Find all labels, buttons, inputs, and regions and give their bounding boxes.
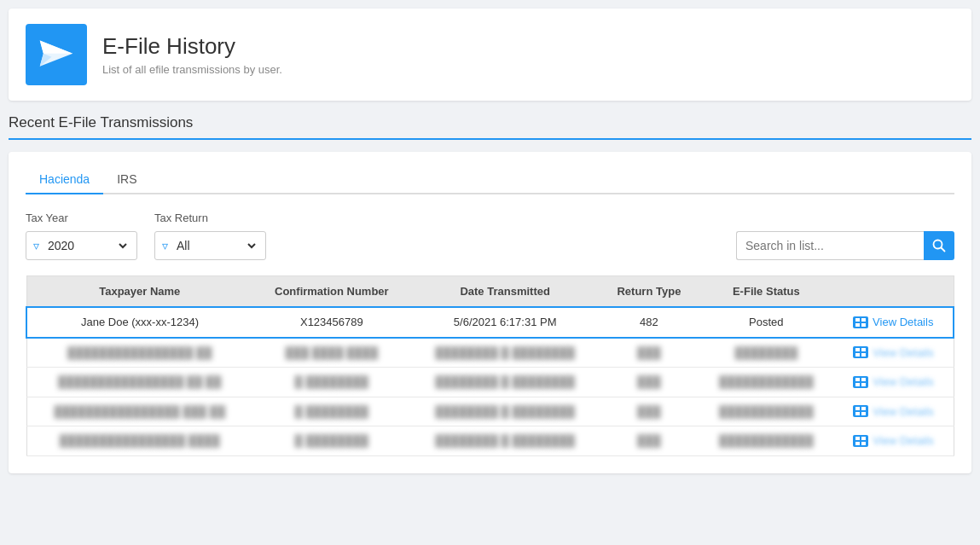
section-title: Recent E-File Transmissions <box>9 114 971 140</box>
cell-date-transmitted: ████████ █ ████████ <box>411 338 600 368</box>
cell-taxpayer-name: ████████████████ ██ <box>26 338 252 368</box>
svg-line-4 <box>942 248 945 252</box>
view-details-icon <box>853 376 868 388</box>
col-confirmation-number: Confirmation Number <box>252 276 411 308</box>
cell-confirmation-number: █ ████████ <box>252 368 411 397</box>
page-wrapper: E-File History List of all efile transmi… <box>0 0 980 545</box>
cell-efile-status: Posted <box>699 307 833 338</box>
cell-confirmation-number: ███ ████ ████ <box>252 338 411 368</box>
view-details-label: View Details <box>873 434 933 447</box>
cell-efile-status: ████████ <box>699 338 833 368</box>
svg-rect-17 <box>855 407 860 410</box>
cell-return-type: ███ <box>600 368 699 397</box>
view-details-label: View Details <box>873 346 933 359</box>
svg-rect-9 <box>855 348 860 351</box>
cell-taxpayer-name: ████████████████ ████ <box>26 426 252 456</box>
tax-year-select-wrapper: ▿ 2020 2019 2018 2021 2022 <box>26 231 137 260</box>
view-details-button[interactable]: View Details <box>853 346 933 359</box>
view-details-icon <box>853 405 868 417</box>
table-body: Jane Doe (xxx-xx-1234)X1234567895/6/2021… <box>26 307 954 455</box>
svg-rect-20 <box>861 412 866 415</box>
table-row: ████████████████ █████ ████ ████████████… <box>26 338 954 368</box>
filters-row: Tax Year ▿ 2020 2019 2018 2021 2022 Tax … <box>26 212 954 260</box>
svg-marker-1 <box>40 41 73 54</box>
cell-return-type: ███ <box>600 338 699 368</box>
cell-confirmation-number: █ ████████ <box>252 397 411 426</box>
cell-action: View Details <box>834 307 954 338</box>
cell-efile-status: ████████████ <box>699 397 833 426</box>
table-row: ████████████████ █████ ████████████████ … <box>26 426 954 456</box>
cell-taxpayer-name: Jane Doe (xxx-xx-1234) <box>26 307 252 338</box>
svg-rect-6 <box>861 318 866 322</box>
cell-return-type: ███ <box>600 397 699 426</box>
view-details-label: View Details <box>873 375 933 388</box>
details-grid-icon <box>855 318 866 327</box>
view-details-button[interactable]: View Details <box>853 375 933 388</box>
tax-year-filter-group: Tax Year ▿ 2020 2019 2018 2021 2022 <box>26 212 137 260</box>
view-details-button[interactable]: View Details <box>853 434 933 447</box>
cell-action: View Details <box>834 338 954 368</box>
tax-year-filter-icon: ▿ <box>33 239 39 252</box>
view-details-label: View Details <box>873 405 933 418</box>
svg-rect-22 <box>861 437 866 440</box>
view-details-icon <box>853 346 868 358</box>
table-row: Jane Doe (xxx-xx-1234)X1234567895/6/2021… <box>26 307 954 338</box>
search-input[interactable] <box>736 231 924 260</box>
svg-rect-23 <box>855 442 860 445</box>
svg-rect-12 <box>861 353 866 357</box>
col-return-type: Return Type <box>600 276 699 308</box>
cell-return-type: ███ <box>600 426 699 456</box>
cell-return-type: 482 <box>600 307 699 338</box>
tax-return-label: Tax Return <box>154 212 266 224</box>
cell-efile-status: ████████████ <box>699 368 833 397</box>
tax-return-select[interactable]: All Individual Corporate <box>173 238 258 253</box>
details-grid-icon <box>855 378 866 386</box>
cell-confirmation-number: █ ████████ <box>252 426 411 456</box>
svg-rect-18 <box>861 407 866 410</box>
details-grid-icon <box>855 437 866 445</box>
view-details-label: View Details <box>873 316 933 328</box>
page-title: E-File History <box>102 33 282 60</box>
tax-return-filter-group: Tax Return ▿ All Individual Corporate <box>154 212 266 260</box>
svg-rect-8 <box>861 323 866 327</box>
data-table: Taxpayer Name Confirmation Number Date T… <box>26 275 954 456</box>
content-card: Hacienda IRS Tax Year ▿ 2020 2019 2018 2… <box>9 152 971 473</box>
tab-irs[interactable]: IRS <box>103 165 150 194</box>
header-text: E-File History List of all efile transmi… <box>102 33 282 76</box>
svg-rect-13 <box>855 378 860 381</box>
view-details-button[interactable]: View Details <box>853 316 933 328</box>
svg-rect-21 <box>855 437 860 440</box>
search-icon <box>932 239 946 252</box>
table-header: Taxpayer Name Confirmation Number Date T… <box>26 276 954 308</box>
tax-year-label: Tax Year <box>26 212 137 224</box>
svg-rect-14 <box>861 378 866 381</box>
cell-efile-status: ████████████ <box>699 426 833 456</box>
search-container <box>736 231 954 260</box>
app-icon-box <box>26 24 87 85</box>
svg-rect-11 <box>855 353 860 357</box>
details-grid-icon <box>855 348 866 357</box>
svg-rect-10 <box>861 348 866 351</box>
cell-taxpayer-name: ████████████████ ███ ██ <box>26 397 252 426</box>
search-button[interactable] <box>924 231 954 260</box>
col-date-transmitted: Date Transmitted <box>411 276 600 308</box>
cell-date-transmitted: ████████ █ ████████ <box>411 368 600 397</box>
view-details-icon <box>853 435 868 447</box>
cell-action: View Details <box>834 397 954 426</box>
svg-rect-19 <box>855 412 860 415</box>
view-details-button[interactable]: View Details <box>853 405 933 418</box>
paper-plane-icon <box>38 36 75 73</box>
cell-action: View Details <box>834 426 954 456</box>
svg-rect-5 <box>855 318 860 322</box>
svg-rect-15 <box>855 383 860 386</box>
svg-rect-7 <box>855 323 860 327</box>
cell-date-transmitted: ████████ █ ████████ <box>411 397 600 426</box>
svg-rect-16 <box>861 383 866 386</box>
tax-year-select[interactable]: 2020 2019 2018 2021 2022 <box>44 238 130 253</box>
tabs-container: Hacienda IRS <box>26 165 954 194</box>
tab-hacienda[interactable]: Hacienda <box>26 165 103 194</box>
svg-rect-24 <box>861 442 866 445</box>
tax-return-select-wrapper: ▿ All Individual Corporate <box>154 231 266 260</box>
cell-date-transmitted: ████████ █ ████████ <box>411 426 600 456</box>
col-action <box>834 276 954 308</box>
